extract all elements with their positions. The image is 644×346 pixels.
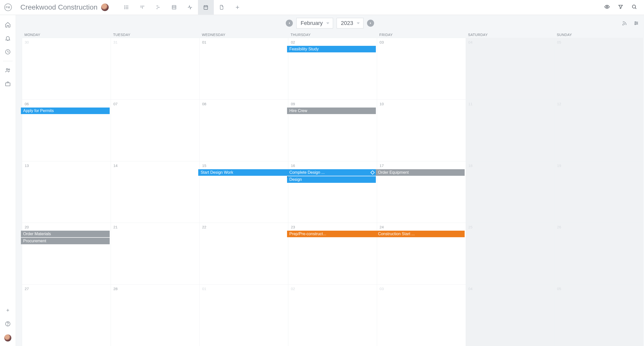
calendar-event[interactable]: Feasibility Study	[287, 46, 376, 52]
day-cell[interactable]: 03	[377, 284, 466, 346]
day-number: 04	[468, 40, 552, 44]
svg-point-4	[125, 7, 125, 8]
day-number: 07	[113, 102, 197, 106]
day-cell[interactable]: 25	[466, 223, 554, 284]
day-number: 31	[113, 40, 197, 44]
month-label: February	[301, 20, 323, 26]
feed-icon[interactable]	[622, 20, 627, 26]
app-logo[interactable]: PM	[0, 4, 16, 11]
nav-separator	[3, 61, 12, 61]
day-cell[interactable]: 14	[111, 161, 199, 223]
day-cell[interactable]: 01	[199, 284, 288, 346]
visibility-button[interactable]	[604, 4, 610, 11]
day-cell[interactable]: 18	[466, 161, 554, 223]
day-cell[interactable]: 21	[111, 223, 199, 284]
day-cell[interactable]: 19	[554, 161, 643, 223]
chevron-left-icon	[287, 21, 291, 25]
activity-view-tab[interactable]	[182, 0, 198, 15]
day-cell[interactable]: 11	[466, 99, 554, 161]
app-logo-badge: PM	[4, 4, 12, 11]
day-number: 18	[468, 163, 552, 168]
list-view-tab[interactable]	[119, 0, 135, 15]
calendar-event[interactable]: Apply for Permits	[21, 108, 110, 114]
calendar-event[interactable]: Complete Design ...	[287, 169, 376, 176]
files-view-tab[interactable]	[214, 0, 230, 15]
day-cell[interactable]: 04	[466, 284, 554, 346]
calendar-event[interactable]: Hire Crew	[287, 108, 376, 114]
svg-point-36	[635, 22, 636, 23]
list-icon	[124, 5, 129, 10]
day-cell[interactable]: 12	[554, 99, 643, 161]
help-icon[interactable]	[5, 321, 11, 327]
day-cell[interactable]: 28	[111, 284, 199, 346]
day-cell[interactable]: 30	[22, 38, 111, 99]
continuation-marker	[287, 176, 289, 178]
weekday-header: FRIDAY	[377, 33, 466, 37]
day-number: 05	[557, 287, 640, 291]
day-number: 22	[202, 225, 286, 229]
svg-point-26	[9, 69, 10, 70]
day-cell[interactable]: 08	[199, 99, 288, 161]
day-cell[interactable]: 07	[111, 99, 199, 161]
day-cell[interactable]: 27	[22, 284, 111, 346]
day-cell[interactable]: 05	[554, 284, 643, 346]
nav-add-button[interactable]	[5, 307, 11, 313]
day-number: 26	[557, 225, 640, 229]
day-cell[interactable]: 26	[554, 223, 643, 284]
current-user-avatar[interactable]	[4, 334, 11, 341]
board-view-tab[interactable]	[135, 0, 150, 15]
calendar-event[interactable]: Order Equipment	[376, 169, 465, 176]
gantt-view-tab[interactable]	[150, 0, 166, 15]
project-owner-avatar[interactable]	[101, 4, 109, 11]
day-cell[interactable]: 02	[288, 284, 377, 346]
day-number: 06	[25, 102, 108, 106]
recent-icon[interactable]	[5, 49, 11, 55]
day-cell[interactable]: 22	[199, 223, 288, 284]
calendar-grid: 3031010203040506070809101112131415161718…	[22, 38, 643, 346]
search-button[interactable]	[631, 4, 637, 11]
calendar-event[interactable]: Order Materials	[21, 231, 110, 237]
chevron-down-icon	[357, 22, 360, 24]
day-number: 15	[202, 163, 286, 168]
plus-icon	[235, 5, 240, 10]
sheet-view-tab[interactable]	[166, 0, 182, 15]
prev-month-button[interactable]	[286, 20, 293, 27]
filter-button[interactable]	[618, 4, 623, 11]
calendar-event[interactable]: Design	[287, 176, 376, 183]
project-title[interactable]: Creekwood Construction	[20, 3, 98, 11]
day-number: 01	[202, 287, 286, 291]
svg-point-32	[623, 24, 623, 25]
next-month-button[interactable]	[367, 20, 374, 27]
day-cell[interactable]: 10	[377, 99, 466, 161]
settings-icon[interactable]	[633, 20, 639, 26]
activity-icon	[187, 5, 193, 10]
notifications-icon[interactable]	[5, 35, 11, 41]
day-cell[interactable]: 04	[466, 38, 554, 99]
add-view-tab[interactable]	[230, 0, 246, 15]
day-number: 24	[380, 225, 463, 229]
calendar-panel: February 2023 MONDAYTUESDAYWEDNESDAYTHUR…	[16, 15, 644, 346]
chevron-down-icon	[326, 22, 329, 24]
day-cell[interactable]: 13	[22, 161, 111, 223]
calendar-view-tab[interactable]	[198, 0, 214, 15]
weekday-header: MONDAY	[22, 33, 111, 37]
weekday-headers: MONDAYTUESDAYWEDNESDAYTHURSDAYFRIDAYSATU…	[22, 31, 643, 38]
calendar-event[interactable]: Prep/Pre-construct...	[287, 231, 376, 237]
day-cell[interactable]: 03	[377, 38, 466, 99]
team-icon[interactable]	[5, 67, 11, 73]
svg-point-38	[635, 24, 636, 25]
day-number: 21	[113, 225, 197, 229]
portfolio-icon[interactable]	[5, 81, 11, 87]
home-icon[interactable]	[5, 22, 11, 28]
year-select[interactable]: 2023	[337, 18, 364, 28]
calendar-event[interactable]: Procurement	[21, 238, 110, 244]
day-cell[interactable]: 31	[111, 38, 199, 99]
calendar-event[interactable]: Start Design Work	[198, 169, 287, 176]
calendar-event[interactable]: Construction Start ...	[376, 231, 465, 237]
day-number: 03	[380, 287, 463, 291]
month-select[interactable]: February	[296, 18, 333, 28]
day-cell[interactable]: 05	[554, 38, 643, 99]
day-cell[interactable]: 01	[199, 38, 288, 99]
day-number: 02	[291, 40, 374, 44]
svg-point-5	[125, 9, 125, 9]
